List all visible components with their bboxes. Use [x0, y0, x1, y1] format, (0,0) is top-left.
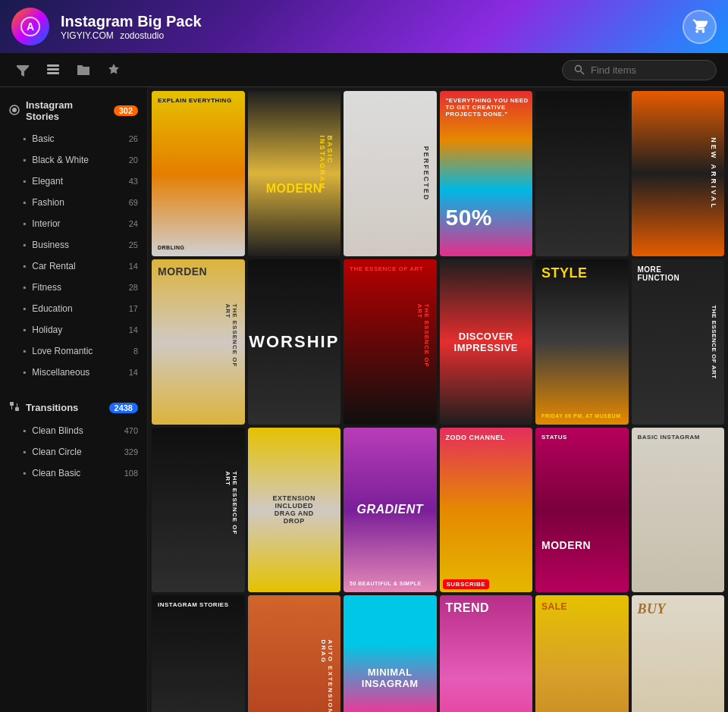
- stories-icon: [9, 105, 20, 118]
- list-item[interactable]: NEW ARRIVAL: [632, 91, 725, 256]
- fashion-icon: ▪: [23, 197, 26, 208]
- list-item[interactable]: INSTAGRAM STORIES: [152, 595, 245, 712]
- sidebar-item-education[interactable]: ▪ Education 17: [0, 298, 147, 319]
- content-area: EXPLAIN EVERYTHING DRBLING BASIC INSTAGR…: [148, 87, 728, 712]
- header-subtitle: YIGYIY.COM zodostudio: [61, 30, 682, 41]
- list-item[interactable]: DISCOVERIMPRESSIVE: [440, 259, 533, 425]
- list-item[interactable]: THE ESSENCE OF ART THE ESSENCE OF ART: [344, 259, 437, 425]
- list-item[interactable]: BASIC INSTAGRAM MODERN: [248, 91, 341, 256]
- list-item[interactable]: TREND: [440, 595, 533, 712]
- svg-rect-10: [15, 407, 19, 411]
- list-item[interactable]: GRADIENT 50 BEAUTIFUL & SIMPLE: [344, 428, 437, 593]
- holiday-icon: ▪: [23, 325, 26, 335]
- clean-basic-label: Clean Basic: [32, 468, 118, 478]
- app-logo: A: [11, 8, 49, 45]
- list-item[interactable]: STATUS MODERN: [535, 428, 629, 593]
- bw-icon: ▪: [23, 155, 26, 165]
- basic-label: Basic: [32, 133, 122, 144]
- list-item[interactable]: [535, 91, 629, 256]
- svg-point-8: [12, 108, 17, 112]
- list-item[interactable]: "Everything you need to get creative pro…: [440, 91, 533, 256]
- list-item[interactable]: THE ESSENCE OF ART: [152, 428, 245, 593]
- holiday-label: Holiday: [32, 325, 122, 335]
- list-item[interactable]: PERFECTED: [344, 91, 437, 256]
- clean-circle-count: 329: [124, 447, 138, 456]
- search-input[interactable]: [591, 64, 704, 76]
- list-item[interactable]: EXPLAIN EVERYTHING DRBLING: [152, 91, 245, 256]
- header-site: YIGYIY.COM: [61, 30, 114, 41]
- svg-point-5: [576, 66, 582, 72]
- elegant-label: Elegant: [32, 176, 122, 187]
- svg-rect-4: [47, 72, 59, 74]
- business-count: 25: [129, 240, 138, 249]
- list-item[interactable]: THE ESSENCE OF ART MORDEN: [152, 259, 245, 425]
- misc-label: Miscellaneous: [32, 367, 122, 378]
- list-item[interactable]: Buy 灵感中国lingganchina.com: [632, 595, 725, 712]
- sidebar-item-love-romantic[interactable]: ▪ Love Romantic 8: [0, 340, 147, 362]
- svg-rect-9: [10, 402, 14, 406]
- list-item[interactable]: WORSHIP: [248, 259, 341, 425]
- list-item[interactable]: BASIC INSTAGRAM: [632, 428, 725, 593]
- list-item[interactable]: EXTENSION INCLUDEDDRAG AND DROP: [248, 428, 341, 593]
- sidebar-item-basic[interactable]: ▪ Basic 26: [0, 128, 147, 149]
- business-icon: ▪: [23, 240, 26, 250]
- fitness-label: Fitness: [32, 282, 122, 293]
- sidebar-item-holiday[interactable]: ▪ Holiday 14: [0, 319, 147, 340]
- love-icon: ▪: [23, 346, 26, 356]
- sidebar-item-car-rental[interactable]: ▪ Car Rental 14: [0, 256, 147, 277]
- transitions-label: Transitions: [26, 402, 103, 413]
- transitions-badge: 2438: [109, 403, 138, 413]
- sidebar-item-black-white[interactable]: ▪ Black & White 20: [0, 149, 147, 171]
- folder-icon[interactable]: [72, 58, 95, 81]
- bw-count: 20: [129, 155, 138, 165]
- holiday-count: 14: [129, 325, 138, 334]
- instagram-stories-label: Instagram Stories: [26, 99, 108, 122]
- header: A Instagram Big Pack YIGYIY.COM zodostud…: [0, 0, 728, 53]
- sidebar-item-clean-circle[interactable]: ▪ Clean Circle 329: [0, 441, 147, 463]
- list-item[interactable]: STYLE FRIDAY 09 PM. AT MUSEUM: [535, 259, 629, 425]
- list-item[interactable]: MOREFUNCTION THE ESSENCE OF ART: [632, 259, 725, 425]
- clean-basic-icon: ▪: [23, 468, 26, 478]
- transitions-icon: [9, 401, 20, 414]
- clean-blinds-icon: ▪: [23, 425, 26, 436]
- fitness-icon: ▪: [23, 282, 26, 293]
- love-label: Love Romantic: [32, 346, 127, 356]
- misc-icon: ▪: [23, 367, 26, 378]
- sidebar-item-fashion[interactable]: ▪ Fashion 69: [0, 192, 147, 213]
- instagram-stories-header[interactable]: Instagram Stories 302: [0, 93, 147, 128]
- list-item[interactable]: MINIMALINSAGRAM: [344, 595, 437, 712]
- toolbar: [0, 53, 728, 87]
- clean-blinds-count: 470: [124, 426, 138, 435]
- sidebar-item-elegant[interactable]: ▪ Elegant 43: [0, 171, 147, 192]
- sidebar-item-interior[interactable]: ▪ Interior 24: [0, 213, 147, 234]
- sidebar-item-business[interactable]: ▪ Business 25: [0, 234, 147, 256]
- app-title: Instagram Big Pack: [61, 13, 682, 30]
- sidebar-item-fitness[interactable]: ▪ Fitness 28: [0, 277, 147, 298]
- basic-count: 26: [129, 134, 138, 143]
- sidebar-item-clean-blinds[interactable]: ▪ Clean Blinds 470: [0, 420, 147, 441]
- svg-text:A: A: [27, 20, 34, 33]
- list-view-icon[interactable]: [42, 58, 64, 81]
- fitness-count: 28: [129, 283, 138, 292]
- education-count: 17: [129, 304, 138, 313]
- love-count: 8: [133, 347, 138, 356]
- star-icon[interactable]: [102, 58, 125, 81]
- list-item[interactable]: ZODO CHANNEL SUBSCRIBE: [440, 428, 533, 593]
- fashion-count: 69: [129, 198, 138, 207]
- elegant-icon: ▪: [23, 176, 26, 187]
- clean-circle-label: Clean Circle: [32, 447, 118, 457]
- education-label: Education: [32, 303, 122, 314]
- cart-button[interactable]: [682, 10, 717, 44]
- clean-blinds-label: Clean Blinds: [32, 425, 118, 436]
- interior-icon: ▪: [23, 218, 26, 229]
- misc-count: 14: [129, 368, 138, 377]
- transitions-header[interactable]: Transitions 2438: [0, 395, 147, 420]
- filter-icon[interactable]: [11, 58, 34, 81]
- search-box[interactable]: [562, 60, 717, 80]
- bw-label: Black & White: [32, 155, 122, 165]
- sidebar-item-miscellaneous[interactable]: ▪ Miscellaneous 14: [0, 362, 147, 383]
- sidebar-item-clean-basic[interactable]: ▪ Clean Basic 108: [0, 463, 147, 484]
- list-item[interactable]: Sale 50%OFF: [535, 595, 629, 712]
- list-item[interactable]: AUTO EXTENSION DRAG: [248, 595, 341, 712]
- basic-icon: ▪: [23, 133, 26, 144]
